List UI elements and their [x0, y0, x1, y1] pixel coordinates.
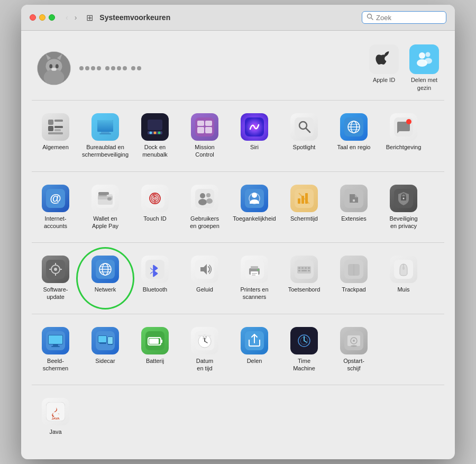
sidebar-item-wallet[interactable]: Wallet enApple Pay	[81, 180, 129, 234]
sidebar-item-algemeen[interactable]: Algemeen	[32, 109, 79, 163]
sidebar-item-gebruikers[interactable]: Gebruikersen groepen	[181, 180, 228, 234]
bericht-label: Berichtgeving	[386, 143, 422, 151]
apple-id-section: Apple ID Delen metgezin	[369, 44, 439, 92]
svg-rect-53	[107, 197, 112, 201]
taal-label: Taal en regio	[337, 143, 371, 151]
svg-point-4	[44, 69, 65, 85]
touchid-icon	[141, 185, 169, 212]
internet-icon: @	[42, 185, 69, 212]
search-box[interactable]	[362, 11, 446, 24]
svg-rect-103	[252, 273, 257, 274]
forward-button[interactable]: ›	[72, 12, 79, 23]
touchid-label: Touch ID	[143, 215, 166, 222]
sidebar-item-bluetooth[interactable]: Bluetooth	[131, 251, 179, 305]
svg-point-132	[109, 344, 111, 345]
sidebar-item-toegang[interactable]: Toegankelijkheid	[231, 180, 278, 234]
content-area: Apple ID Delen metgezin	[21, 31, 455, 459]
section-general: Algemeen	[32, 109, 444, 172]
sidebar-item-batterij[interactable]: Batterij	[131, 323, 179, 377]
apple-id-label: Apple ID	[373, 76, 395, 84]
bureaublad-icon	[91, 113, 119, 141]
sidebar-item-bericht[interactable]: Berichtgeving	[380, 109, 427, 163]
svg-rect-18	[54, 129, 61, 131]
siri-icon	[241, 113, 268, 141]
sidebar-item-software[interactable]: Software-update	[32, 251, 79, 305]
svg-rect-66	[245, 189, 264, 208]
svg-rect-55	[98, 192, 109, 195]
titlebar: ‹ › ⊞ Systeemvoorkeuren	[21, 5, 455, 31]
svg-rect-30	[195, 117, 214, 137]
sidebar-item-trackpad[interactable]: Trackpad	[330, 251, 378, 305]
sidebar-item-sidecar[interactable]: Sidecar	[81, 323, 129, 377]
sidebar-item-java[interactable]: JAVA Java	[32, 394, 79, 440]
bericht-icon	[390, 113, 417, 141]
sidecar-icon	[91, 327, 119, 354]
grid-icon: ⊞	[86, 13, 93, 23]
dock-icon	[141, 113, 169, 141]
sidebar-item-bureaublad[interactable]: Bureaublad enschermbeveiliging	[81, 109, 129, 163]
svg-rect-108	[298, 267, 300, 269]
svg-rect-22	[101, 132, 109, 133]
dot	[137, 66, 141, 70]
sidebar-item-toetsenbord[interactable]: Toetsenbord	[280, 251, 328, 305]
svg-rect-128	[98, 336, 106, 342]
sidebar-item-timemachine[interactable]: TimeMachine	[280, 323, 328, 377]
svg-rect-123	[49, 335, 62, 344]
traffic-lights	[30, 14, 55, 21]
sidebar-item-beeldschermen[interactable]: Beeld-schermen	[32, 323, 79, 377]
svg-rect-110	[305, 267, 307, 269]
svg-rect-21	[97, 120, 113, 132]
minimize-button[interactable]	[39, 14, 45, 21]
svg-rect-111	[308, 267, 310, 269]
sidebar-item-printers[interactable]: Printers enscanners	[231, 251, 278, 305]
dot	[85, 66, 89, 70]
sidebar-item-muis[interactable]: Muis	[380, 251, 427, 305]
sidebar-item-beveiliging[interactable]: Beveiligingen privacy	[380, 180, 427, 234]
svg-point-10	[419, 52, 425, 59]
family-sharing-button[interactable]: Delen metgezin	[409, 44, 439, 92]
sidebar-item-schermtijd[interactable]: Schermtijd	[280, 180, 328, 234]
section-display: Beeld-schermen Side	[32, 323, 444, 386]
svg-point-27	[150, 131, 152, 134]
toetsenbord-icon	[290, 256, 318, 283]
muis-label: Muis	[397, 286, 409, 293]
svg-point-151	[351, 345, 357, 347]
dot	[97, 66, 101, 70]
sidebar-item-taal[interactable]: Taal en regio	[330, 109, 378, 163]
dot	[79, 66, 84, 70]
trackpad-icon	[340, 256, 368, 283]
sidebar-item-opstart[interactable]: Opstart-schijf	[330, 323, 378, 377]
sidecar-label: Sidecar	[95, 357, 115, 365]
family-icon	[409, 44, 439, 74]
search-icon	[367, 13, 373, 22]
sidebar-item-mission[interactable]: MissionControl	[181, 109, 228, 163]
maximize-button[interactable]	[49, 14, 55, 21]
geluid-icon	[191, 256, 218, 283]
sidebar-item-extensies[interactable]: Extensies	[330, 180, 378, 234]
sidebar-item-spotlight[interactable]: Spotlight	[280, 109, 328, 163]
svg-rect-129	[99, 343, 106, 344]
svg-point-120	[402, 267, 405, 270]
sidebar-item-dock[interactable]: Dock enmenubalk	[131, 109, 179, 163]
svg-rect-125	[51, 346, 60, 347]
svg-rect-131	[108, 337, 113, 344]
sidebar-item-datum[interactable]: 17 Datumen tijd	[181, 323, 228, 377]
back-button[interactable]: ‹	[63, 12, 70, 23]
dot	[91, 66, 95, 70]
bluetooth-icon	[141, 256, 169, 283]
beveiliging-label: Beveiligingen privacy	[389, 215, 417, 230]
dot	[131, 66, 135, 70]
svg-rect-124	[53, 344, 58, 346]
svg-rect-36	[295, 117, 314, 137]
sidebar-item-touchid[interactable]: Touch ID	[131, 180, 179, 234]
sidebar-item-netwerk[interactable]: Netwerk	[81, 251, 129, 305]
close-button[interactable]	[30, 14, 36, 21]
sidebar-item-geluid[interactable]: Geluid	[181, 251, 228, 305]
search-input[interactable]	[376, 14, 442, 22]
sidebar-item-siri[interactable]: Siri	[231, 109, 278, 163]
icon-grid-1: Algemeen	[32, 109, 444, 163]
sidebar-item-internet[interactable]: @ Internet-accounts	[32, 180, 79, 234]
svg-rect-136	[149, 339, 159, 344]
apple-id-button[interactable]: Apple ID	[369, 44, 399, 92]
sidebar-item-delen[interactable]: Delen	[231, 323, 278, 377]
